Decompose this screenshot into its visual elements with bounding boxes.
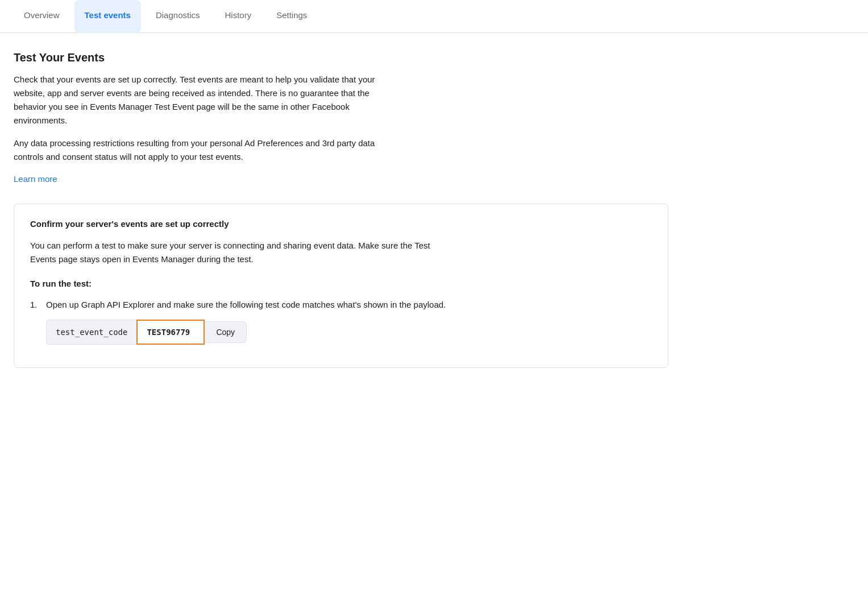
copy-button[interactable]: Copy <box>205 321 247 343</box>
tab-test-events[interactable]: Test events <box>74 0 141 33</box>
test-code-row: test_event_code TEST96779 Copy <box>46 320 446 345</box>
section-title: Test Your Events <box>14 49 668 66</box>
list-item: 1. Open up Graph API Explorer and make s… <box>30 298 652 345</box>
tab-overview[interactable]: Overview <box>14 0 70 33</box>
step-number: 1. <box>30 298 41 312</box>
description-text-2: Any data processing restrictions resulti… <box>14 136 400 164</box>
page-container: Overview Test events Diagnostics History… <box>0 0 868 386</box>
main-content: Test Your Events Check that your events … <box>0 33 682 387</box>
step-text: Open up Graph API Explorer and make sure… <box>46 300 446 309</box>
tab-diagnostics[interactable]: Diagnostics <box>146 0 210 33</box>
run-test-label: To run the test: <box>30 278 652 291</box>
steps-list: 1. Open up Graph API Explorer and make s… <box>30 298 652 345</box>
description-text-1: Check that your events are set up correc… <box>14 73 400 127</box>
tab-settings[interactable]: Settings <box>266 0 317 33</box>
learn-more-link[interactable]: Learn more <box>14 173 57 186</box>
tab-history[interactable]: History <box>215 0 262 33</box>
test-code-value: TEST96779 <box>136 320 205 345</box>
test-code-label: test_event_code <box>46 320 136 345</box>
tab-navigation: Overview Test events Diagnostics History… <box>0 0 868 33</box>
card-title: Confirm your server's events are set up … <box>30 218 652 231</box>
confirm-server-card: Confirm your server's events are set up … <box>14 204 668 368</box>
card-description: You can perform a test to make sure your… <box>30 239 451 266</box>
